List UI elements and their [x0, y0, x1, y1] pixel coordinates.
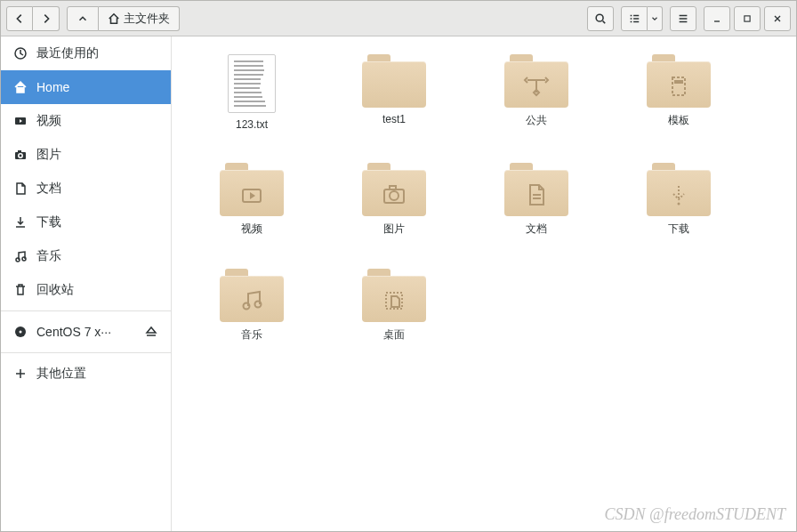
sidebar-item-documents[interactable]: 文档: [1, 172, 171, 206]
sidebar-item-label: 其他位置: [36, 366, 158, 382]
video-icon: [13, 114, 28, 128]
home-icon: [13, 80, 28, 94]
file-name: test1: [382, 113, 406, 125]
file-name: 图片: [383, 222, 405, 237]
plus-icon: [13, 367, 28, 381]
svg-point-17: [678, 203, 680, 206]
document-icon: [13, 181, 28, 196]
sidebar-item-label: CentOS 7 x···: [36, 325, 135, 339]
svg-rect-16: [390, 186, 396, 189]
view-dropdown-button[interactable]: [648, 6, 663, 31]
folder-item[interactable]: 公共: [465, 51, 608, 134]
sidebar-item-centos[interactable]: CentOS 7 x···: [1, 315, 171, 349]
body: 最近使用的Home视频图片文档下载音乐回收站CentOS 7 x···其他位置 …: [1, 36, 796, 531]
sidebar-item-label: Home: [36, 80, 158, 94]
folder-item[interactable]: 音乐: [181, 265, 323, 346]
file-name: 公共: [526, 113, 547, 128]
sidebar-item-home[interactable]: Home: [1, 70, 171, 104]
sidebar-item-downloads[interactable]: 下载: [1, 206, 171, 239]
folder-icon: [504, 163, 568, 216]
svg-point-8: [22, 257, 26, 261]
forward-button[interactable]: [33, 6, 60, 31]
file-name: 音乐: [241, 327, 262, 343]
svg-rect-12: [675, 81, 682, 83]
folder-icon: [220, 269, 284, 322]
svg-point-7: [16, 258, 20, 262]
folder-item[interactable]: 图片: [323, 159, 465, 240]
file-name: 文档: [526, 222, 547, 237]
sidebar-item-label: 下载: [36, 214, 158, 230]
close-button[interactable]: [764, 6, 791, 31]
svg-rect-6: [18, 150, 21, 152]
folder-item[interactable]: 文档: [465, 159, 608, 240]
search-button[interactable]: [587, 6, 614, 31]
sidebar-item-recent[interactable]: 最近使用的: [1, 36, 171, 70]
content-area[interactable]: 123.txttest1公共模板视频图片文档下载音乐桌面: [172, 36, 796, 531]
path-bar: 主文件夹: [67, 6, 180, 31]
folder-item[interactable]: 下载: [608, 159, 750, 240]
file-name: 视频: [241, 222, 262, 237]
minimize-button[interactable]: [704, 6, 730, 31]
file-name: 模板: [668, 113, 689, 128]
menu-button[interactable]: [670, 6, 696, 31]
folder-icon: [362, 269, 426, 322]
svg-rect-1: [745, 15, 750, 20]
folder-item[interactable]: 桌面: [323, 265, 465, 346]
music-icon: [13, 249, 28, 263]
sidebar-item-label: 文档: [36, 181, 158, 197]
file-grid: 123.txttest1公共模板视频图片文档下载音乐桌面: [181, 51, 787, 346]
folder-icon: [362, 54, 426, 108]
back-button[interactable]: [6, 6, 33, 31]
folder-item[interactable]: 模板: [608, 51, 750, 134]
sidebar-item-label: 图片: [36, 147, 158, 163]
folder-icon: [504, 54, 568, 108]
folder-icon: [647, 163, 711, 216]
folder-icon: [647, 54, 711, 108]
path-parent-button[interactable]: [67, 6, 99, 31]
file-manager-window: 主文件夹 最近使用的Home视频图片文档下载音乐回收站CentOS 7 x···…: [0, 0, 797, 532]
path-label: 主文件夹: [124, 11, 170, 27]
sidebar-item-label: 音乐: [36, 248, 158, 264]
view-group: [621, 6, 663, 31]
view-mode-button[interactable]: [621, 6, 648, 31]
clock-icon: [13, 46, 28, 60]
home-icon: [108, 12, 120, 25]
sidebar-item-music[interactable]: 音乐: [1, 239, 171, 273]
sidebar-item-label: 视频: [36, 113, 158, 129]
file-item[interactable]: 123.txt: [181, 51, 323, 134]
file-name: 下载: [668, 222, 689, 237]
disc-icon: [13, 325, 28, 339]
download-icon: [13, 215, 28, 230]
maximize-button[interactable]: [734, 6, 761, 31]
nav-history-group: [6, 6, 60, 31]
sidebar-item-videos[interactable]: 视频: [1, 104, 171, 138]
toolbar: 主文件夹: [1, 1, 796, 36]
sidebar-item-other[interactable]: 其他位置: [1, 357, 171, 391]
folder-icon: [220, 163, 284, 216]
trash-icon: [13, 283, 28, 297]
sidebar-item-pictures[interactable]: 图片: [1, 138, 171, 172]
svg-point-10: [20, 331, 22, 334]
sidebar-item-label: 回收站: [36, 282, 158, 298]
file-name: 桌面: [383, 327, 405, 343]
sidebar-item-label: 最近使用的: [36, 45, 158, 61]
eject-icon[interactable]: [144, 325, 158, 339]
sidebar: 最近使用的Home视频图片文档下载音乐回收站CentOS 7 x···其他位置: [1, 36, 172, 531]
folder-icon: [362, 163, 426, 216]
folder-item[interactable]: test1: [323, 51, 465, 134]
folder-item[interactable]: 视频: [181, 159, 323, 240]
svg-point-15: [390, 191, 398, 200]
window-controls: [704, 6, 791, 31]
svg-point-0: [596, 14, 603, 21]
text-file-icon: [228, 54, 276, 113]
path-home-button[interactable]: 主文件夹: [99, 6, 180, 31]
camera-icon: [13, 148, 28, 162]
sidebar-item-trash[interactable]: 回收站: [1, 273, 171, 307]
file-name: 123.txt: [236, 118, 268, 131]
